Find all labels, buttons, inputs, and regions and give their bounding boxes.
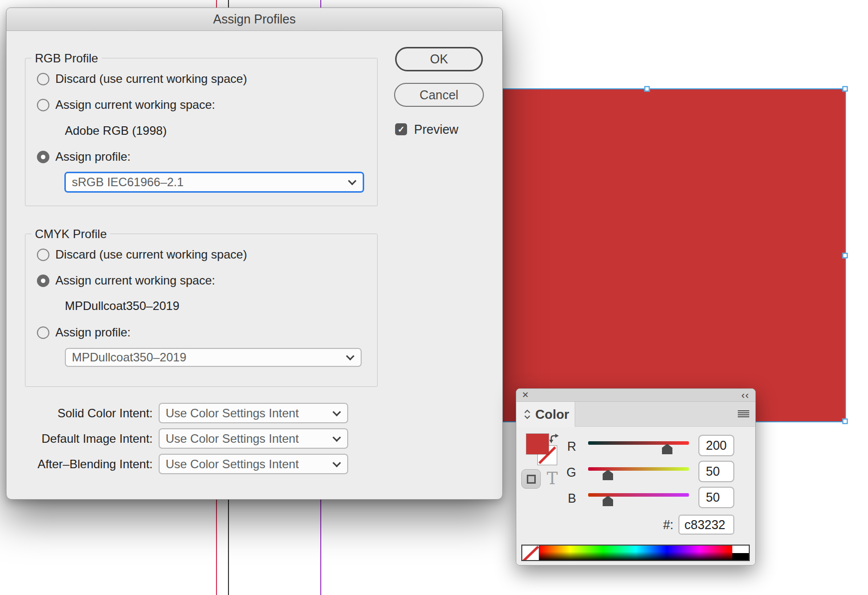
spectrum-rainbow[interactable]: [539, 546, 732, 560]
panel-menu-icon[interactable]: [738, 410, 749, 418]
cmyk-profile-group: CMYK Profile Discard (use current workin…: [25, 234, 378, 387]
channel-b-slider[interactable]: [588, 493, 689, 497]
dialog-body: RGB Profile Discard (use current working…: [6, 31, 502, 499]
rgb-assign-profile-radio[interactable]: [37, 151, 49, 163]
channel-b-slider-thumb[interactable]: [603, 496, 613, 506]
after-blending-intent-value: Use Color Settings Intent: [166, 457, 299, 471]
hex-value-field[interactable]: c83232: [678, 515, 734, 535]
spectrum-none-swatch[interactable]: [522, 546, 539, 560]
tab-color[interactable]: Color: [516, 402, 575, 427]
color-spectrum-bar[interactable]: [521, 545, 750, 561]
selection-handle-bottom-right[interactable]: [843, 419, 848, 424]
assign-profiles-dialog: Assign Profiles RGB Profile Discard (use…: [6, 7, 503, 500]
solid-color-intent-value: Use Color Settings Intent: [166, 406, 299, 420]
channel-g-value-field[interactable]: 50: [698, 461, 734, 482]
collapse-panel-icon[interactable]: ‹‹: [741, 388, 749, 401]
chevron-down-icon: [333, 408, 341, 416]
selection-handle-top-right[interactable]: [843, 86, 848, 92]
spectrum-black-swatch[interactable]: [732, 553, 749, 561]
selection-handle-top-mid[interactable]: [645, 86, 650, 92]
fill-swatch[interactable]: [526, 434, 549, 454]
spectrum-end-swatches[interactable]: [732, 546, 749, 560]
rgb-assign-profile-label[interactable]: Assign profile:: [55, 150, 131, 163]
rgb-assign-working-label[interactable]: Assign current working space:: [55, 98, 215, 111]
cmyk-assign-profile-radio[interactable]: [37, 326, 49, 339]
chevron-down-icon: [348, 177, 357, 185]
chevron-down-icon: [333, 459, 341, 467]
swap-fill-stroke-icon[interactable]: [549, 434, 559, 444]
cmyk-profile-select[interactable]: MPDullcoat350–2019: [65, 348, 362, 367]
cmyk-profile-legend: CMYK Profile: [31, 227, 110, 241]
rgb-working-space-value: Adobe RGB (1998): [65, 124, 167, 137]
rgb-profile-select[interactable]: sRGB IEC61966–2.1: [64, 172, 364, 193]
channel-r-label: R: [556, 440, 576, 453]
channel-r-value-field[interactable]: 200: [698, 435, 734, 456]
channel-g-slider-thumb[interactable]: [603, 470, 613, 480]
selected-rectangle[interactable]: [448, 88, 846, 422]
tab-color-label: Color: [535, 407, 569, 422]
rgb-profile-select-value: sRGB IEC61966–2.1: [72, 175, 184, 189]
formatting-affects-container-button[interactable]: [521, 469, 541, 489]
cmyk-working-space-value: MPDullcoat350–2019: [65, 299, 180, 312]
after-blending-intent-select[interactable]: Use Color Settings Intent: [159, 454, 348, 474]
preview-label[interactable]: Preview: [414, 123, 458, 136]
solid-color-intent-label: Solid Color Intent:: [17, 406, 153, 420]
chevron-down-icon: [346, 352, 355, 360]
cmyk-discard-radio[interactable]: [37, 249, 49, 261]
none-slash-icon: [522, 546, 539, 560]
channel-b-value-field[interactable]: 50: [698, 487, 734, 508]
channel-r-slider[interactable]: [588, 441, 689, 445]
default-image-intent-select[interactable]: Use Color Settings Intent: [159, 428, 348, 449]
spectrum-white-swatch[interactable]: [732, 546, 749, 553]
cmyk-assign-working-label[interactable]: Assign current working space:: [55, 274, 215, 287]
channel-g-label: G: [556, 466, 576, 479]
cycle-color-mode-icon: [524, 409, 531, 420]
checkmark-icon: ✓: [398, 124, 405, 135]
cmyk-discard-label[interactable]: Discard (use current working space): [55, 248, 247, 261]
cmyk-assign-working-radio[interactable]: [37, 275, 49, 287]
ok-button[interactable]: OK: [395, 47, 483, 71]
rgb-assign-working-radio[interactable]: [37, 99, 49, 111]
color-panel-header: ✕ ‹‹: [516, 389, 755, 402]
channel-r-slider-thumb[interactable]: [662, 444, 672, 454]
cmyk-assign-profile-label[interactable]: Assign profile:: [55, 326, 131, 339]
selection-handle-right-mid[interactable]: [843, 253, 848, 258]
container-square-icon: [527, 475, 536, 484]
color-panel-tabbar: Color: [516, 402, 755, 427]
cmyk-profile-select-value: MPDullcoat350–2019: [72, 350, 187, 364]
close-icon[interactable]: ✕: [522, 389, 529, 401]
rgb-discard-radio[interactable]: [37, 73, 49, 85]
rgb-discard-label[interactable]: Discard (use current working space): [55, 72, 247, 85]
hex-label: #:: [651, 518, 673, 531]
preview-checkbox[interactable]: ✓: [395, 123, 407, 135]
color-panel-content: T R 200 G 50 B 50 #: c83232: [516, 427, 755, 565]
channel-b-label: B: [556, 492, 576, 505]
default-image-intent-label: Default Image Intent:: [17, 432, 153, 445]
rgb-profile-legend: RGB Profile: [31, 51, 102, 65]
dialog-title: Assign Profiles: [6, 8, 502, 31]
color-panel: ✕ ‹‹ Color T R 20: [516, 388, 756, 566]
after-blending-intent-label: After–Blending Intent:: [17, 457, 153, 471]
channel-g-slider[interactable]: [588, 467, 689, 471]
default-image-intent-value: Use Color Settings Intent: [166, 432, 299, 446]
cancel-button[interactable]: Cancel: [394, 83, 484, 107]
chevron-down-icon: [333, 433, 341, 442]
rgb-profile-group: RGB Profile Discard (use current working…: [25, 58, 378, 206]
solid-color-intent-select[interactable]: Use Color Settings Intent: [159, 403, 348, 423]
